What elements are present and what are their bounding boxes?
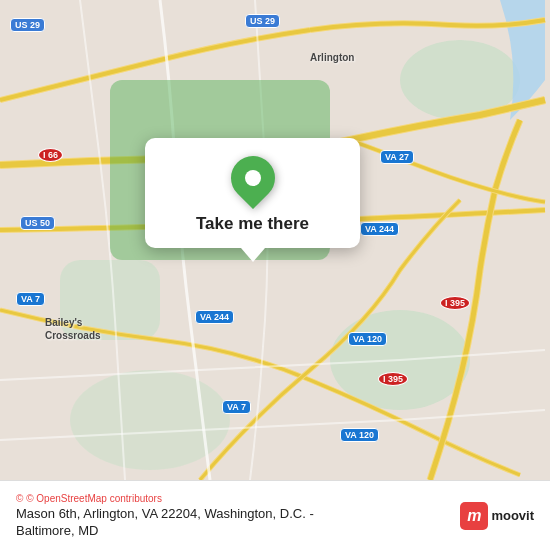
road-badge-i395-b: I 395: [378, 372, 408, 386]
road-badge-va7-b: VA 7: [222, 400, 251, 414]
road-badge-va120: VA 120: [348, 332, 387, 346]
moovit-logo: m moovit: [460, 502, 534, 530]
road-badge-i395-r: I 395: [440, 296, 470, 310]
road-badge-us50: US 50: [20, 216, 55, 230]
road-badge-va120-b: VA 120: [340, 428, 379, 442]
road-badge-us29-tr: US 29: [245, 14, 280, 28]
moovit-icon: m: [460, 502, 488, 530]
address-line2: Baltimore, MD: [16, 523, 460, 538]
road-badge-va27: VA 27: [380, 150, 414, 164]
place-label-arlington: Arlington: [310, 52, 354, 63]
attribution: © © OpenStreetMap contributors: [16, 493, 460, 504]
location-pin-icon: [221, 147, 283, 209]
map-container: Take me there US 29 US 29 I 66 US 50 VA …: [0, 0, 550, 480]
road-badge-va7-l: VA 7: [16, 292, 45, 306]
attribution-text: © OpenStreetMap contributors: [26, 493, 162, 504]
popup-label[interactable]: Take me there: [196, 214, 309, 234]
road-badge-va244-m: VA 244: [360, 222, 399, 236]
bottom-bar: © © OpenStreetMap contributors Mason 6th…: [0, 480, 550, 550]
address-line1: Mason 6th, Arlington, VA 22204, Washingt…: [16, 506, 460, 521]
road-badge-us29-tl: US 29: [10, 18, 45, 32]
pin-inner: [245, 170, 261, 186]
popup-card[interactable]: Take me there: [145, 138, 360, 248]
road-badge-va244-b: VA 244: [195, 310, 234, 324]
road-badge-i66: I 66: [38, 148, 63, 162]
bottom-info: © © OpenStreetMap contributors Mason 6th…: [16, 493, 460, 538]
place-label-baileys: Bailey'sCrossroads: [45, 316, 101, 342]
popup-arrow: [241, 248, 265, 262]
copyright-symbol: ©: [16, 493, 23, 504]
moovit-label: moovit: [491, 508, 534, 523]
